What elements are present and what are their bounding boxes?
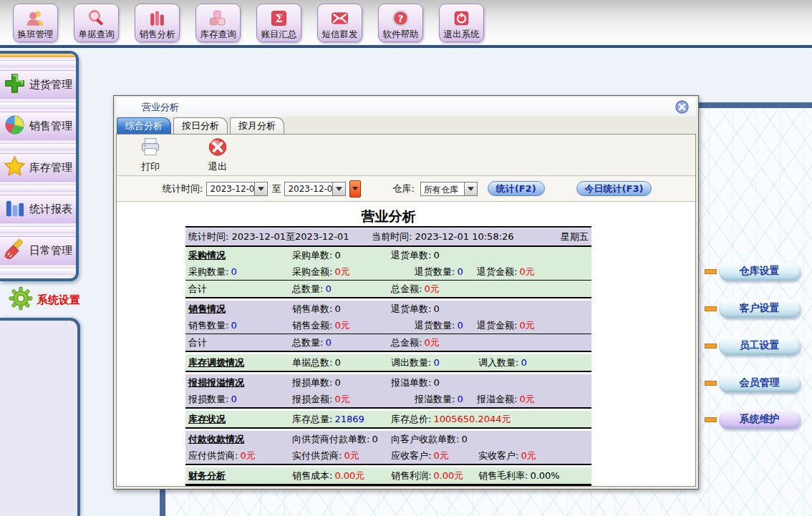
sidebar-item-plus[interactable]: 进货管理 [0,70,76,99]
report-label: 库存状况 [188,414,226,424]
toolbar-button-shift-people[interactable]: 换班管理 [13,4,58,42]
report-label: 报溢数量: [415,394,455,404]
stat-button[interactable]: 统计(F2) [488,181,545,196]
report-label: 退货金额: [477,320,517,331]
report-label: 销售情况 [188,303,226,314]
report-cell: 单据总数:0 [292,354,391,371]
report-label: 总数量: [292,337,323,348]
print-button[interactable]: 打印 [130,137,171,173]
quick-button-wrap: 员工设置 [705,336,809,355]
report-label: 报损数量: [188,394,228,404]
report-label: 采购情况 [188,250,226,261]
sidebar-item-pie-chart[interactable]: 销售管理 [0,112,76,140]
report-label: 总金额: [391,337,422,348]
quick-button-4[interactable]: 会员管理 [719,374,800,392]
dialog-content: 打印 退出 统计时间: 2023-12-01 至 2023-12-01 [116,134,696,487]
report-title: 营业分析 [185,208,591,228]
report-value: 0 [461,434,467,444]
report-label: 采购单数: [292,250,332,261]
report-row: 库存状况库存总量:21869库存总价:1005650.2044元 [185,411,591,427]
report-value: 0元 [433,450,448,461]
pie-chart-icon [0,114,26,139]
report-cell: 库存总价:1005650.2044元 [391,411,478,427]
report-label: 销售数量: [188,320,228,331]
report-label: 销售利润: [391,470,431,481]
business-analysis-dialog: 营业分析 综合分析按日分析按月分析 打印 退出 统计时间: 2023-12-01 [113,95,699,490]
report-value: 0 [372,434,377,444]
toolbar-button-power[interactable]: 退出系统 [439,4,484,42]
report-label: 报损金额: [292,394,332,404]
report-row: 销售数量:0销售金额:0元退货数量:0退货金额:0元 [185,317,591,334]
exit-button[interactable]: 退出 [197,137,238,173]
toolbar-button-search[interactable]: 单据查询 [74,4,119,42]
sidebar-item-star[interactable]: 库存管理 [0,153,76,182]
dialog-tabbar: 综合分析按日分析按月分析 [116,117,696,134]
report-value: 0.00元 [334,470,364,481]
report-label: 报损单数: [292,377,332,388]
report-row: 报损数量:0报损金额:0元报溢数量:0报溢金额:0元 [185,391,591,407]
sidebar-separator [0,223,76,236]
today-stat-button[interactable]: 今日统计(F3) [576,181,652,196]
sidebar-item-brush[interactable]: 日常管理 [0,236,76,265]
chevron-down-icon [332,182,345,195]
report-row: 采购情况采购单数:0退货单数:0 [185,247,591,263]
toolbar-button-sms[interactable]: 短信群发 [317,4,362,42]
report-label: 退货数量: [415,266,455,277]
quick-button-5[interactable]: 系统维护 [719,411,800,429]
date-shortcut-button[interactable] [349,180,361,198]
report-cell: 总数量:0 [292,281,391,297]
date-from-select[interactable]: 2023-12-01 [206,182,268,196]
report-row: 采购数量:0采购金额:0元退货数量:0退货金额:0元 [185,263,591,280]
report-cell: 调出数量:0 [391,354,478,371]
report-cell: 应收客户:0元 [391,447,478,464]
toolbar-button-bar-chart[interactable]: 销售分析 [135,4,180,42]
quick-button-2[interactable]: 客户设置 [719,300,800,318]
report-table: 营业分析 统计时间: 2023-12-01至2023-12-01 当前时间: 2… [185,208,591,486]
sidebar-item-system-settings[interactable]: 系统设置 [9,285,116,315]
quick-button-wrap: 系统维护 [705,410,809,429]
toolbar-button-cubes[interactable]: 库存查询 [195,4,241,42]
report-value: 0元 [519,320,534,331]
report-section: 销售情况销售单数:0退货单数:0销售数量:0销售金额:0元退货数量:0退货金额:… [185,301,591,352]
report-weekday: 星期五 [561,228,589,245]
report-value: 0 [231,266,236,277]
sidebar-item-label: 库存管理 [29,161,72,175]
report-label: 调入数量: [478,357,518,368]
sidebar-separator [0,265,76,278]
close-icon[interactable] [675,99,690,115]
report-label: 库存总价: [391,414,431,424]
report-value: 0 [334,377,340,388]
report-label: 退货单数: [391,250,431,261]
separator-strip [0,226,76,233]
report-cell: 总金额:0元 [391,334,478,351]
sidebar-item-label: 销售管理 [29,120,72,133]
report-row: 销售情况销售单数:0退货单数:0 [185,301,591,317]
quick-button-1[interactable]: 仓库设置 [719,263,800,281]
power-icon [452,7,471,29]
warehouse-select[interactable]: 所有仓库 [420,182,478,196]
report-label: 退货数量: [415,320,455,331]
toolbar-button-label: 退出系统 [444,29,480,40]
separator-strip [0,268,76,275]
sidebar-separator [0,140,76,153]
tab-1[interactable]: 综合分析 [117,117,171,134]
sidebar-item-stats-bars[interactable]: 统计报表 [0,195,76,223]
date-to-select[interactable]: 2023-12-01 [284,182,346,196]
toolbar-button-sigma[interactable]: Σ账目汇总 [256,4,301,42]
report-label: 库存总量: [292,414,332,424]
report-value: 21869 [334,414,364,424]
toolbar-button-help[interactable]: ?软件帮助 [378,4,423,42]
quick-button-wrap: 客户设置 [705,299,809,318]
report-label: 向供货商付款单数: [292,434,369,444]
report-cell: 采购单数:0 [292,247,391,263]
warehouse-value: 所有仓库 [421,182,464,195]
tab-2[interactable]: 按日分析 [173,117,228,134]
svg-text:Σ: Σ [275,13,282,24]
tab-3[interactable]: 按月分析 [230,117,284,134]
report-value: 0元 [519,394,534,404]
quick-button-3[interactable]: 员工设置 [719,337,800,355]
cubes-icon [208,7,228,29]
report-value: 0元 [334,320,349,331]
report-section: 库存调拨情况单据总数:0调出数量:0调入数量:0 [185,354,591,372]
report-cell: 库存总量:21869 [292,411,391,427]
